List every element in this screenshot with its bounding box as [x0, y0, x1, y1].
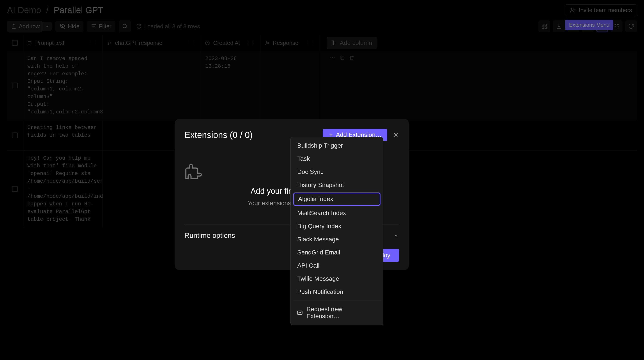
dropdown-separator [293, 300, 380, 300]
extension-type-dropdown: Buildship TriggerTaskDoc SyncHistory Sna… [290, 137, 383, 325]
runtime-label: Runtime options [184, 232, 235, 240]
dropdown-item-sendgrid-email[interactable]: SendGrid Email [291, 246, 383, 259]
dropdown-item-push-notification[interactable]: Push Notification [291, 285, 383, 298]
dropdown-item-doc-sync[interactable]: Doc Sync [291, 165, 383, 178]
modal-title: Extensions (0 / 0) [184, 130, 252, 140]
dropdown-item-history-snapshot[interactable]: History Snapshot [291, 178, 383, 192]
chevron-down-icon [393, 232, 399, 239]
dropdown-item-big-query-index[interactable]: Big Query Index [291, 220, 383, 233]
close-modal-button[interactable] [392, 132, 399, 138]
dropdown-item-algolia-index[interactable]: Algolia Index [293, 192, 380, 206]
request-label: Request new Extension… [306, 306, 377, 320]
dropdown-item-meilisearch-index[interactable]: MeiliSearch Index [291, 206, 383, 220]
dropdown-item-api-call[interactable]: API Call [291, 259, 383, 272]
dropdown-item-task[interactable]: Task [291, 152, 383, 165]
plus-icon [328, 132, 334, 138]
dropdown-item-twilio-message[interactable]: Twilio Message [291, 272, 383, 285]
request-extension-item[interactable]: Request new Extension… [291, 302, 383, 323]
mail-icon [297, 310, 303, 316]
dropdown-item-slack-message[interactable]: Slack Message [291, 233, 383, 246]
close-icon [392, 132, 399, 138]
dropdown-item-buildship-trigger[interactable]: Buildship Trigger [291, 139, 383, 152]
